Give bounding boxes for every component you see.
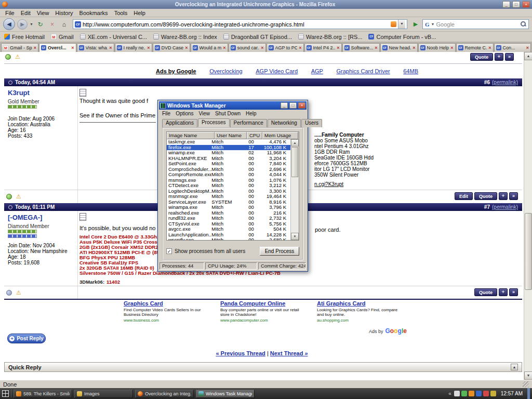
search-input[interactable] — [436, 20, 520, 28]
search-engine-dropdown-icon[interactable]: ▼ — [431, 22, 435, 26]
tab-close-icon[interactable]: × — [34, 45, 36, 50]
tab-i-really-ne-[interactable]: CFI really ne...× — [115, 43, 152, 52]
column-header-mem[interactable]: Mem Usage — [262, 132, 298, 139]
bookmark-item[interactable]: XE.com - Universal C... — [80, 34, 147, 40]
tm-menu-file[interactable]: File — [159, 111, 173, 116]
scrollbar-thumb[interactable] — [525, 213, 532, 290]
process-row[interactable]: winamp.exeMitch0211,968 K — [167, 150, 290, 156]
scroll-down-icon[interactable]: ▼ — [524, 371, 532, 380]
quote-button[interactable]: Quote — [470, 53, 493, 61]
back-button[interactable]: ◀ — [3, 18, 15, 30]
resize-grip[interactable] — [523, 381, 529, 388]
process-row[interactable]: ServiceLayer.exeSYSTEM008,916 K — [167, 200, 290, 205]
process-row[interactable]: CTSysVol.exeMitch005,756 K — [167, 221, 290, 227]
process-row[interactable]: msnmsgr.exeMitch0019,464 K — [167, 194, 290, 200]
tab-software-[interactable]: CFSoftware...× — [342, 43, 380, 52]
task-manager-titlebar[interactable]: Windows Task Manager _ □ × — [159, 101, 307, 110]
tm-menu-shut-down[interactable]: Shut Down — [212, 111, 243, 116]
ad-link[interactable]: Overclocking — [209, 68, 243, 74]
bookmark-item[interactable]: MGmail — [51, 34, 74, 40]
feed-icon[interactable] — [391, 21, 396, 27]
quote-button[interactable]: Quote — [474, 288, 497, 296]
end-process-button[interactable]: End Process — [260, 247, 299, 256]
go-button[interactable]: ▶ — [411, 20, 420, 29]
report-post-icon[interactable]: ⚠ — [16, 290, 21, 296]
search-icon[interactable] — [521, 21, 526, 27]
show-all-users-checkbox[interactable]: ✓ — [166, 248, 172, 254]
ad-url[interactable]: www.business.com — [124, 318, 211, 323]
column-header-name[interactable]: Image Name — [167, 132, 215, 139]
maximize-button[interactable]: □ — [289, 102, 297, 109]
taskbar-button[interactable]: Overclocking an Integ... — [135, 390, 194, 398]
taskbar-button[interactable]: Images — [74, 390, 133, 398]
scrollbar-thumb[interactable] — [291, 147, 298, 177]
home-button[interactable]: ⌂ — [59, 19, 69, 29]
taskbar-button[interactable]: 589. The Killers - Smile... — [14, 390, 72, 398]
ad-title-link[interactable]: Graphics Card — [124, 300, 163, 307]
tab-close-icon[interactable]: × — [71, 45, 74, 50]
signature-link[interactable]: n.cgi?K3rupt — [314, 181, 343, 187]
process-row[interactable]: msmsgs.exeMitch001,076 K — [167, 178, 290, 183]
msn-messenger-icon[interactable] — [461, 391, 467, 396]
bookmark-item[interactable]: Warez-BB.org :: [RS... — [298, 34, 362, 40]
tm-tab-users[interactable]: Users — [301, 119, 322, 127]
quickreply-button[interactable]: » — [505, 53, 514, 61]
minimize-button[interactable]: _ — [281, 102, 288, 109]
previous-thread-link[interactable]: « Previous Thread — [216, 350, 265, 356]
tab-dvd-cases[interactable]: CFDVD Cases× — [153, 43, 190, 52]
edit-button[interactable]: Edit — [455, 192, 473, 200]
ad-link[interactable]: Graphics Card Driver — [336, 68, 390, 74]
url-dropdown-icon[interactable]: ▼ — [398, 20, 405, 29]
history-dropdown-icon[interactable]: ▼ — [30, 22, 33, 26]
username-link[interactable]: K3rupt — [8, 89, 30, 97]
menu-tools[interactable]: Tools — [111, 9, 131, 17]
quote-button[interactable]: Quote — [474, 192, 497, 200]
tab-close-icon[interactable]: × — [450, 45, 453, 50]
tab-remote-c-[interactable]: CFRemote C...× — [456, 43, 494, 52]
menu-bookmarks[interactable]: Bookmarks — [76, 9, 111, 17]
reload-button[interactable]: ↻ — [35, 19, 45, 29]
tab-close-icon[interactable]: × — [261, 45, 263, 50]
process-row[interactable]: ComproScheduler...Mitch002,696 K — [167, 167, 290, 172]
winamp-tray-icon[interactable] — [469, 391, 474, 396]
scroll-up-icon[interactable]: ▲ — [291, 139, 299, 147]
ad-link[interactable]: AGP Video Card — [256, 68, 298, 74]
bookmark-item[interactable]: CFComputer Forum - vB... — [368, 34, 436, 40]
tab-sound-car-[interactable]: CFsound car...× — [229, 43, 266, 52]
tab-close-icon[interactable]: × — [223, 45, 225, 50]
tab-vista-wha-[interactable]: CFVista: wha...× — [77, 43, 114, 52]
process-row[interactable]: KHALMNPR.EXEMitch003,204 K — [167, 156, 290, 162]
multiquote-button[interactable]: + — [499, 288, 508, 296]
report-post-icon[interactable]: ⚠ — [15, 54, 20, 60]
multiquote-button[interactable]: + — [495, 53, 503, 61]
avg-tray-icon[interactable] — [476, 391, 482, 396]
column-header-user[interactable]: User Name — [215, 132, 247, 139]
process-list-scrollbar[interactable]: ▲ ▼ — [290, 139, 299, 240]
multiquote-button[interactable]: + — [499, 192, 508, 200]
process-row[interactable]: avgcc.exeMitch00504 K — [167, 227, 290, 232]
tab-close-icon[interactable]: × — [299, 45, 301, 50]
scroll-up-icon[interactable]: ▲ — [524, 52, 532, 60]
process-row[interactable]: CTDetect.exeMitch003,212 K — [167, 183, 290, 189]
report-post-icon[interactable]: ⚠ — [16, 194, 21, 200]
show-desktop-strip[interactable] — [527, 388, 530, 399]
tab-close-icon[interactable]: × — [337, 45, 339, 50]
ad-link[interactable]: AGP — [311, 68, 323, 74]
quickreply-button[interactable]: » — [509, 192, 518, 200]
process-row[interactable]: winampa.exeMitch003,796 K — [167, 205, 290, 210]
tab-close-icon[interactable]: × — [147, 45, 150, 50]
menu-help[interactable]: Help — [130, 9, 149, 17]
bookmark-item[interactable]: Dragonball GT Episod... — [223, 34, 292, 40]
tm-menu-view[interactable]: View — [196, 111, 213, 116]
username-link[interactable]: [-OMEGA-] — [8, 214, 42, 221]
menu-view[interactable]: View — [34, 9, 52, 17]
maximize-button[interactable]: □ — [512, 1, 520, 8]
ad-title-link[interactable]: Panda Computer Online — [220, 300, 285, 307]
tm-tab-processes[interactable]: Processes — [198, 118, 230, 127]
forward-button[interactable]: ▶ — [17, 19, 28, 30]
quickreply-button[interactable]: » — [509, 288, 518, 296]
tab-gmail-spam[interactable]: MGmail - Spam× — [1, 43, 38, 52]
tm-tab-performance[interactable]: Performance — [230, 119, 267, 127]
tab-close-icon[interactable]: × — [109, 45, 112, 50]
tab-agp-to-pc-[interactable]: CFAGP to PC...× — [267, 43, 304, 52]
